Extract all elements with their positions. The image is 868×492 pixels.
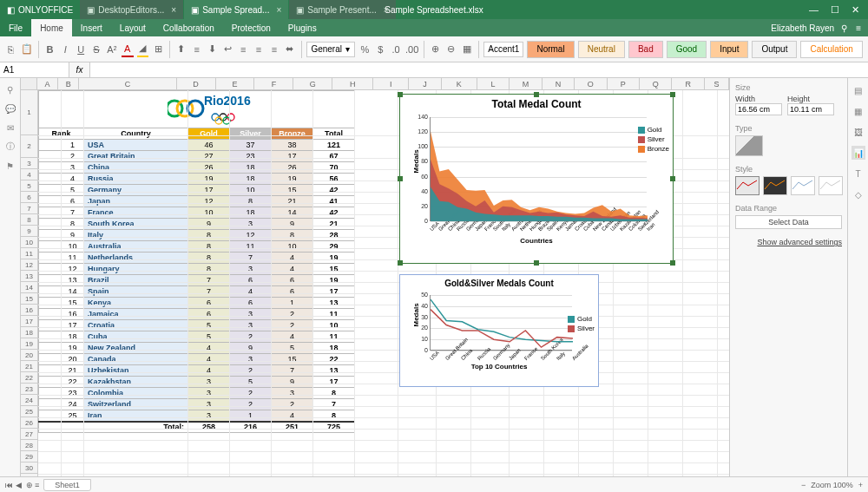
insert-cells-icon[interactable]: ⊕ (430, 42, 442, 57)
row-header[interactable]: 26 (21, 417, 38, 429)
sheet-tab[interactable]: Sheet1 (43, 479, 91, 491)
table-settings-icon[interactable]: ▦ (852, 104, 865, 118)
table-icon[interactable]: ▦ (461, 42, 473, 57)
select-data-button[interactable]: Select Data (735, 215, 842, 229)
row-header[interactable]: 2 (21, 135, 38, 158)
text-settings-icon[interactable]: T (852, 167, 865, 180)
fill-color-icon[interactable]: ◢ (137, 42, 149, 57)
row-header[interactable]: 27 (21, 429, 38, 440)
show-advanced-link[interactable]: Show advanced settings (735, 238, 842, 246)
row-header[interactable]: 20 (21, 350, 38, 361)
style-calculation[interactable]: Calculation (800, 41, 862, 58)
super-icon[interactable]: A² (106, 42, 118, 57)
row-header[interactable]: 28 (21, 440, 38, 451)
row-header[interactable]: 19 (21, 338, 38, 350)
add-sheet-icon[interactable]: ⊕ (26, 481, 33, 489)
document-tab[interactable]: ▣Sample Present...× (289, 0, 396, 19)
style-normal[interactable]: Normal (527, 41, 574, 58)
chat-icon[interactable]: ✉ (4, 121, 16, 134)
paragraph-icon[interactable]: ▤ (852, 83, 865, 97)
col-header[interactable]: S (705, 78, 729, 89)
row-header[interactable]: 24 (21, 395, 38, 406)
height-input[interactable] (787, 103, 834, 115)
chart-style-2[interactable] (763, 176, 787, 195)
chart-gold-silver[interactable]: Gold&Silver Medals Count Medals 01020304… (399, 274, 599, 387)
row-header[interactable]: 15 (21, 293, 38, 305)
col-header[interactable]: E (216, 78, 255, 89)
row-header[interactable]: 5 (21, 180, 38, 192)
formula-input[interactable] (90, 62, 868, 77)
row-header[interactable]: 3 (21, 158, 38, 169)
row-header[interactable]: 18 (21, 327, 38, 338)
style-output[interactable]: Output (752, 41, 797, 58)
copy-icon[interactable]: ⎘ (5, 42, 17, 57)
row-header[interactable]: 31 (21, 474, 38, 476)
row-header[interactable]: 23 (21, 384, 38, 395)
row-header[interactable]: 22 (21, 372, 38, 384)
chart-style-4[interactable] (819, 176, 843, 195)
col-header[interactable]: L (477, 78, 510, 89)
style-input[interactable]: Input (710, 41, 748, 58)
tab-close-icon[interactable]: × (276, 5, 281, 15)
align-left-icon[interactable]: ≡ (237, 42, 249, 57)
image-settings-icon[interactable]: 🖼 (852, 125, 865, 139)
search-icon[interactable]: ⚲ (4, 83, 16, 95)
col-header[interactable]: O (575, 78, 607, 89)
col-header[interactable]: G (293, 78, 332, 89)
col-header[interactable]: M (510, 78, 542, 89)
tab-close-icon[interactable]: × (171, 5, 176, 15)
paste-icon[interactable]: 📋 (21, 42, 33, 57)
font-color-icon[interactable]: A (122, 42, 134, 57)
row-header[interactable]: 4 (21, 169, 38, 180)
merge-icon[interactable]: ⬌ (284, 42, 296, 57)
chart-style-1[interactable] (735, 176, 760, 195)
menu-insert[interactable]: Insert (72, 19, 111, 36)
width-input[interactable] (735, 103, 782, 115)
file-menu[interactable]: File (0, 19, 31, 36)
col-header[interactable]: K (442, 78, 477, 89)
row-header[interactable]: 13 (21, 271, 38, 282)
feedback-icon[interactable]: ⚑ (4, 160, 16, 172)
shape-settings-icon[interactable]: ◇ (852, 187, 865, 201)
row-header[interactable]: 25 (21, 406, 38, 417)
style-neutral[interactable]: Neutral (578, 41, 625, 58)
row-header[interactable]: 6 (21, 192, 38, 203)
chart-settings-icon[interactable]: 📊 (852, 146, 865, 160)
strike-icon[interactable]: S (90, 42, 102, 57)
style-accent[interactable]: Accent1 (483, 42, 523, 57)
dec-dec-icon[interactable]: .00 (405, 42, 418, 57)
italic-icon[interactable]: I (59, 42, 71, 57)
row-header[interactable]: 10 (21, 237, 38, 248)
align-bot-icon[interactable]: ⬇ (207, 42, 219, 57)
row-header[interactable]: 9 (21, 226, 38, 237)
zoom-out-icon[interactable]: − (801, 481, 806, 489)
row-header[interactable]: 11 (21, 248, 38, 259)
col-header[interactable]: Q (640, 78, 672, 89)
col-header[interactable]: R (672, 78, 704, 89)
name-box[interactable]: A1 (0, 62, 69, 77)
chart-total-medal-count[interactable]: Total Medal Count Medals 020406080100120… (399, 94, 674, 264)
align-center-icon[interactable]: ≡ (253, 42, 265, 57)
prev-sheet-icon[interactable]: ◀ (16, 481, 22, 489)
spreadsheet-grid[interactable]: ABCDEFGHIJKLMNOPQRS 12345678910111213141… (21, 78, 729, 476)
comments-icon[interactable]: 💬 (4, 102, 16, 115)
search-icon[interactable]: ⚲ (841, 23, 847, 33)
row-header[interactable]: 17 (21, 316, 38, 327)
menu-collaboration[interactable]: Collaboration (155, 19, 223, 36)
delete-cells-icon[interactable]: ⊖ (445, 42, 457, 57)
user-name[interactable]: Elizabeth Rayen (771, 23, 841, 33)
bold-icon[interactable]: B (44, 42, 56, 57)
row-header[interactable]: 7 (21, 203, 38, 214)
dec-inc-icon[interactable]: .0 (390, 42, 402, 57)
minimize-icon[interactable]: — (809, 4, 819, 16)
row-header[interactable]: 14 (21, 282, 38, 293)
number-format-select[interactable]: General▾ (306, 42, 355, 57)
col-header[interactable]: B (58, 78, 79, 89)
row-header[interactable]: 12 (21, 259, 38, 271)
close-icon[interactable]: ✕ (852, 4, 859, 16)
document-tab[interactable]: ▣Sample Spread...× (184, 0, 289, 19)
underline-icon[interactable]: U (75, 42, 87, 57)
align-right-icon[interactable]: ≡ (268, 42, 280, 57)
maximize-icon[interactable]: ☐ (831, 4, 839, 16)
settings-icon[interactable]: ≡ (856, 23, 861, 33)
